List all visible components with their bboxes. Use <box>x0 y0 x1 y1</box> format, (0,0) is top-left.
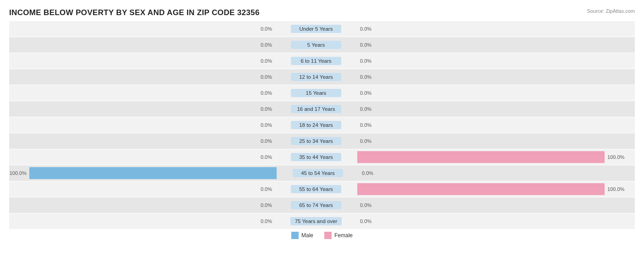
female-bar <box>357 151 605 163</box>
center-label-area: 65 to 74 Years <box>275 201 357 209</box>
right-bar-area: 0.0% <box>357 37 623 53</box>
female-legend-box <box>324 232 332 239</box>
row-label: 18 to 24 Years <box>291 121 341 129</box>
row-label: 16 and 17 Years <box>291 105 341 113</box>
male-value: 0.0% <box>255 90 272 96</box>
row-label: Under 5 Years <box>291 25 341 33</box>
center-label-area: 45 to 54 Years <box>277 169 359 177</box>
female-value: 100.0% <box>607 186 625 192</box>
bar-row: 0.0% 16 and 17 Years 0.0% <box>9 101 635 117</box>
bar-row: 0.0% 18 to 24 Years 0.0% <box>9 117 635 133</box>
female-value: 0.0% <box>360 218 377 224</box>
male-value: 0.0% <box>255 218 272 224</box>
center-label-area: 35 to 44 Years <box>275 153 357 161</box>
female-bar <box>357 183 605 195</box>
male-legend-box <box>291 232 299 239</box>
bar-row: 100.0% 45 to 54 Years 0.0% <box>9 165 635 181</box>
male-value: 0.0% <box>255 154 272 160</box>
male-value: 0.0% <box>255 42 272 48</box>
female-value: 100.0% <box>607 154 625 160</box>
left-bar-area: 0.0% <box>9 149 275 165</box>
bar-row: 0.0% 35 to 44 Years 100.0% <box>9 149 635 165</box>
right-bar-area: 100.0% <box>357 181 625 197</box>
male-legend-label: Male <box>301 232 313 239</box>
row-label: 6 to 11 Years <box>291 57 341 65</box>
male-value: 0.0% <box>255 74 272 80</box>
left-bar-area: 0.0% <box>9 69 275 85</box>
male-value: 0.0% <box>255 122 272 128</box>
legend: Male Female <box>9 232 635 239</box>
bar-row: 0.0% 55 to 64 Years 100.0% <box>9 181 635 197</box>
female-value: 0.0% <box>360 106 377 112</box>
left-bar-area: 0.0% <box>9 117 275 133</box>
male-value: 100.0% <box>9 170 27 176</box>
left-bar-area: 0.0% <box>9 197 275 213</box>
left-bar-area: 0.0% <box>9 133 275 149</box>
male-value: 0.0% <box>255 186 272 192</box>
left-bar-area: 0.0% <box>9 181 275 197</box>
row-label: 75 Years and over <box>290 217 342 225</box>
chart-title: INCOME BELOW POVERTY BY SEX AND AGE IN Z… <box>9 8 635 17</box>
male-value: 0.0% <box>255 106 272 112</box>
center-label-area: Under 5 Years <box>275 25 357 33</box>
left-bar-area: 0.0% <box>9 53 275 69</box>
right-bar-area: 0.0% <box>357 21 623 37</box>
center-label-area: 55 to 64 Years <box>275 185 357 193</box>
legend-female: Female <box>324 232 353 239</box>
left-bar-area: 0.0% <box>9 21 275 37</box>
male-bar <box>29 167 277 179</box>
row-label: 65 to 74 Years <box>291 201 341 209</box>
row-label: 55 to 64 Years <box>291 185 341 193</box>
row-label: 12 to 14 Years <box>291 73 341 81</box>
right-bar-area: 0.0% <box>357 197 623 213</box>
male-value: 0.0% <box>255 202 272 208</box>
right-bar-area: 0.0% <box>357 101 623 117</box>
bar-row: 0.0% 15 Years 0.0% <box>9 85 635 101</box>
male-value: 0.0% <box>255 138 272 144</box>
center-label-area: 16 and 17 Years <box>275 105 357 113</box>
female-value: 0.0% <box>360 138 377 144</box>
center-label-area: 12 to 14 Years <box>275 73 357 81</box>
row-label: 25 to 34 Years <box>291 137 341 145</box>
center-label-area: 5 Years <box>275 41 357 49</box>
center-label-area: 25 to 34 Years <box>275 137 357 145</box>
right-bar-area: 0.0% <box>357 53 623 69</box>
male-value: 0.0% <box>255 26 272 32</box>
female-value: 0.0% <box>360 202 377 208</box>
right-bar-area: 0.0% <box>359 165 625 181</box>
female-value: 0.0% <box>362 170 379 176</box>
center-label-area: 15 Years <box>275 89 357 97</box>
female-value: 0.0% <box>360 122 377 128</box>
left-bar-area: 0.0% <box>9 213 275 229</box>
female-value: 0.0% <box>360 74 377 80</box>
row-label: 15 Years <box>291 89 341 97</box>
bar-row: 0.0% 25 to 34 Years 0.0% <box>9 133 635 149</box>
center-label-area: 75 Years and over <box>275 217 357 225</box>
row-label: 45 to 54 Years <box>293 169 343 177</box>
left-bar-area: 100.0% <box>9 165 277 181</box>
female-value: 0.0% <box>360 90 377 96</box>
center-label-area: 6 to 11 Years <box>275 57 357 65</box>
female-value: 0.0% <box>360 42 377 48</box>
bar-row: 0.0% Under 5 Years 0.0% <box>9 21 635 37</box>
source-label: Source: ZipAtlas.com <box>587 8 635 14</box>
female-value: 0.0% <box>360 58 377 64</box>
male-value: 0.0% <box>255 58 272 64</box>
right-bar-area: 0.0% <box>357 69 623 85</box>
left-bar-area: 0.0% <box>9 85 275 101</box>
legend-male: Male <box>291 232 313 239</box>
left-bar-area: 0.0% <box>9 37 275 53</box>
right-bar-area: 0.0% <box>357 85 623 101</box>
right-bar-area: 100.0% <box>357 149 625 165</box>
bar-row: 0.0% 6 to 11 Years 0.0% <box>9 53 635 69</box>
right-bar-area: 0.0% <box>357 213 623 229</box>
chart-container: INCOME BELOW POVERTY BY SEX AND AGE IN Z… <box>0 0 644 256</box>
rows-area: 0.0% Under 5 Years 0.0% 0.0% 5 Years 0.0… <box>9 21 635 229</box>
left-bar-area: 0.0% <box>9 101 275 117</box>
right-bar-area: 0.0% <box>357 117 623 133</box>
row-label: 5 Years <box>291 41 341 49</box>
right-bar-area: 0.0% <box>357 133 623 149</box>
bar-row: 0.0% 5 Years 0.0% <box>9 37 635 53</box>
row-label: 35 to 44 Years <box>291 153 341 161</box>
bar-row: 0.0% 75 Years and over 0.0% <box>9 213 635 229</box>
